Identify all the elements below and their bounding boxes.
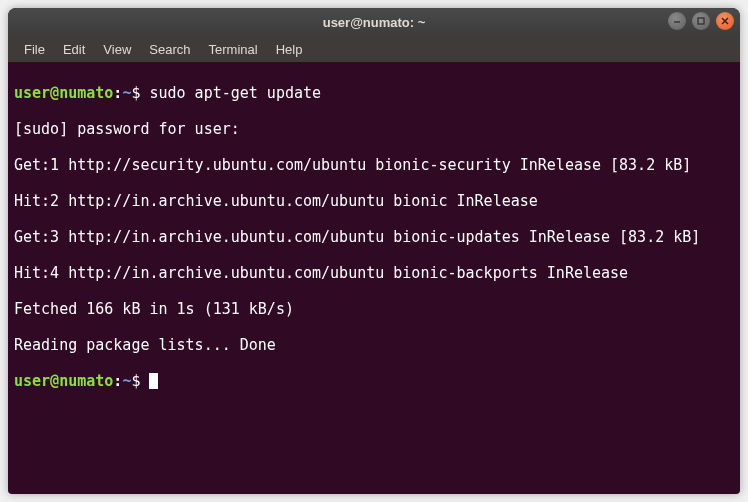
prompt-userhost: user@numato bbox=[14, 84, 113, 102]
terminal-output-line: [sudo] password for user: bbox=[14, 120, 734, 138]
svg-rect-1 bbox=[698, 18, 704, 24]
terminal-output-line: Hit:2 http://in.archive.ubuntu.com/ubunt… bbox=[14, 192, 734, 210]
terminal-area[interactable]: user@numato:~$ sudo apt-get update [sudo… bbox=[8, 62, 740, 430]
menu-terminal[interactable]: Terminal bbox=[201, 38, 266, 61]
menubar: File Edit View Search Terminal Help bbox=[8, 36, 740, 62]
menu-search[interactable]: Search bbox=[141, 38, 198, 61]
titlebar: user@numato: ~ bbox=[8, 8, 740, 36]
terminal-output-line: Fetched 166 kB in 1s (131 kB/s) bbox=[14, 300, 734, 318]
prompt-dollar: $ bbox=[131, 372, 149, 390]
window-title: user@numato: ~ bbox=[323, 15, 426, 30]
terminal-output-line: Hit:4 http://in.archive.ubuntu.com/ubunt… bbox=[14, 264, 734, 282]
menu-view[interactable]: View bbox=[95, 38, 139, 61]
cursor-icon bbox=[149, 373, 158, 389]
window-controls bbox=[668, 12, 734, 30]
terminal-line: user@numato:~$ sudo apt-get update bbox=[14, 84, 734, 102]
terminal-output-line: Reading package lists... Done bbox=[14, 336, 734, 354]
terminal-line: user@numato:~$ bbox=[14, 372, 734, 390]
terminal-output-line: Get:1 http://security.ubuntu.com/ubuntu … bbox=[14, 156, 734, 174]
maximize-button[interactable] bbox=[692, 12, 710, 30]
command-text: sudo apt-get update bbox=[149, 84, 321, 102]
terminal-output-line: Get:3 http://in.archive.ubuntu.com/ubunt… bbox=[14, 228, 734, 246]
menu-file[interactable]: File bbox=[16, 38, 53, 61]
close-button[interactable] bbox=[716, 12, 734, 30]
minimize-button[interactable] bbox=[668, 12, 686, 30]
prompt-userhost: user@numato bbox=[14, 372, 113, 390]
terminal-window: user@numato: ~ File Edit View Search Ter… bbox=[8, 8, 740, 494]
prompt-dollar: $ bbox=[131, 84, 149, 102]
menu-edit[interactable]: Edit bbox=[55, 38, 93, 61]
menu-help[interactable]: Help bbox=[268, 38, 311, 61]
